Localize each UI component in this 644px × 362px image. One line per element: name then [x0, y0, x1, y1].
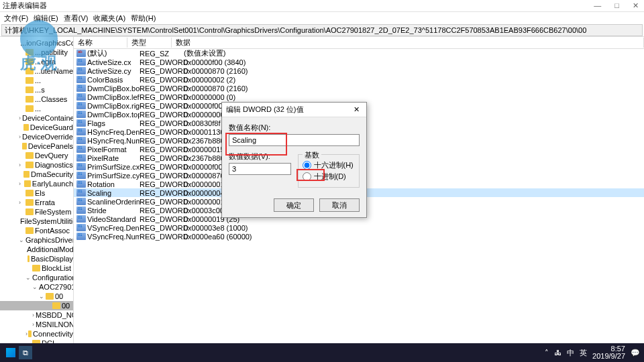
tree-item[interactable]: FileSystemUtilities [0, 217, 73, 226]
ok-button[interactable]: 确定 [274, 198, 314, 212]
list-row[interactable]: VSyncFreq.NumeratorREG_DWORD0x0000ea60 (… [74, 232, 644, 241]
taskbar-app-1[interactable]: ⧉ [19, 346, 32, 359]
tree-item[interactable]: ⌄GraphicsDrivers [0, 235, 73, 245]
maximize-button[interactable]: □ [612, 1, 622, 10]
value-data-input[interactable] [229, 163, 291, 175]
tree-item[interactable]: DeviceGuard [0, 123, 73, 132]
tree-item[interactable]: ›MSNILNONPNP... [0, 320, 73, 329]
address-path: 计算机\HKEY_LOCAL_MACHINE\SYSTEM\ControlSet… [5, 25, 586, 36]
value-icon [76, 84, 86, 92]
tray-chevron-icon[interactable]: ˄ [545, 349, 549, 357]
folder-icon [25, 208, 34, 215]
expand-icon[interactable]: › [19, 180, 24, 187]
menu-view[interactable]: 查看(V) [61, 13, 91, 23]
tree-item[interactable]: ›Connectivity [0, 329, 73, 339]
tree-item[interactable]: ...patibility [0, 48, 73, 57]
expand-icon[interactable]: › [19, 115, 21, 121]
row-type: REG_DWORD [140, 180, 184, 188]
close-button[interactable]: ✕ [630, 1, 641, 10]
expand-icon[interactable]: › [19, 162, 25, 168]
tree-pane[interactable]: ...ionGraphicsContext...patibility...egr… [0, 37, 74, 351]
radix-hex-input[interactable] [303, 161, 311, 170]
tree-item[interactable]: ... [0, 76, 73, 85]
tree-label: DevQuery [35, 152, 68, 160]
tree-item[interactable]: AdditionalModeLists [0, 245, 73, 254]
tree-item[interactable]: ›DeviceOverrides [0, 132, 73, 141]
tree-label: ...egra [35, 58, 56, 66]
menu-help[interactable]: 帮助(H) [128, 13, 158, 23]
tree-item[interactable]: ... [0, 104, 73, 113]
radix-hex-radio[interactable]: 十六进制(H) [303, 160, 356, 170]
tree-item[interactable]: DmaSecurity [0, 170, 73, 179]
network-icon[interactable]: 🖧 [554, 349, 561, 357]
ime-indicator-1[interactable]: 中 [567, 348, 574, 358]
radix-dec-radio[interactable]: 十进制(D) [303, 172, 356, 182]
tree-item[interactable]: ⌄AOC27901827_2D... [0, 282, 73, 292]
list-row[interactable]: DwmClipBox.leftREG_DWORD0x00000000 (0) [74, 93, 644, 101]
list-row[interactable]: ActiveSize.cyREG_DWORD0x00000870 (2160) [74, 66, 644, 75]
expand-icon[interactable]: ⌄ [25, 274, 31, 281]
tree-label: FileSystemUtilities [20, 217, 74, 225]
tree-item[interactable]: ...uterName [0, 66, 73, 76]
menu-file[interactable]: 文件(F) [1, 13, 31, 23]
tree-item[interactable]: FileSystem [0, 207, 73, 217]
row-type: REG_DWORD [140, 58, 184, 66]
col-name[interactable]: 名称 [74, 38, 127, 48]
expand-icon[interactable]: › [32, 321, 34, 328]
expand-icon[interactable]: › [32, 312, 34, 318]
expand-icon[interactable]: › [19, 199, 25, 206]
tree-item[interactable]: Els [0, 188, 73, 198]
expand-icon[interactable]: ⌄ [32, 284, 38, 290]
tree-item[interactable]: ...egra [0, 57, 73, 66]
tree-item[interactable]: ...ionGraphicsContext [0, 38, 73, 48]
row-name: VSyncFreq.Denominator [87, 224, 140, 232]
tree-item[interactable]: ⌄00 [0, 292, 73, 301]
tree-item[interactable]: ›Diagnostics [0, 160, 73, 170]
dialog-close-button[interactable]: ✕ [351, 105, 362, 114]
tree-item[interactable]: DevicePanels [0, 141, 73, 151]
tree-item[interactable]: BasicDisplay [0, 254, 73, 263]
value-name-input[interactable] [229, 134, 360, 146]
tree-item[interactable]: ›Errata [0, 198, 73, 207]
tree-item[interactable]: DevQuery [0, 151, 73, 160]
tree-item[interactable]: ...s [0, 85, 73, 95]
start-button[interactable] [4, 346, 17, 359]
tree-item[interactable]: ›EarlyLaunch [0, 179, 73, 188]
tree-item[interactable]: ⌄Configuration [0, 273, 73, 282]
col-type[interactable]: 类型 [127, 38, 172, 48]
tree-item[interactable]: ›MSBDD_NONPNP... [0, 310, 73, 320]
clock[interactable]: 8:57 2019/9/27 [592, 345, 625, 360]
value-icon [76, 172, 86, 179]
notification-icon[interactable]: 💬 [631, 349, 640, 357]
dialog-buttons: 确定 取消 [222, 193, 366, 217]
tree-item[interactable]: FontAssoc [0, 226, 73, 235]
expand-icon[interactable]: ⌄ [39, 293, 46, 300]
expand-icon[interactable]: › [19, 133, 21, 140]
ime-indicator-2[interactable]: 英 [580, 348, 587, 358]
menu-edit[interactable]: 编辑(E) [31, 13, 61, 23]
value-data-label: 数值数据(V): [229, 152, 291, 162]
cancel-button[interactable]: 取消 [319, 198, 360, 212]
tree-label: DeviceOverrides [22, 133, 74, 141]
address-bar[interactable]: 计算机\HKEY_LOCAL_MACHINE\SYSTEM\ControlSet… [1, 24, 643, 36]
list-row[interactable]: DwmClipBox.bottomREG_DWORD0x00000870 (21… [74, 84, 644, 93]
list-row[interactable]: ActiveSize.cxREG_DWORD0x00000f00 (3840) [74, 58, 644, 66]
list-row[interactable]: VSyncFreq.DenominatorREG_DWORD0x000003e8… [74, 223, 644, 232]
tree-item[interactable]: 00 [0, 301, 73, 310]
tree-label: BlockList [42, 264, 71, 272]
list-row[interactable]: (默认)REG_SZ(数值未设置) [74, 49, 644, 58]
expand-icon[interactable]: ⌄ [19, 237, 24, 243]
list-row[interactable]: ColorBasisREG_DWORD0x00000002 (2) [74, 75, 644, 84]
tree-label: BasicDisplay [31, 255, 73, 263]
edit-dword-dialog: 编辑 DWORD (32 位)值 ✕ 数值名称(N): 数值数据(V): 基数 … [221, 102, 367, 218]
tree-item[interactable]: ›DeviceContainers [0, 113, 73, 123]
col-data[interactable]: 数据 [172, 38, 644, 48]
tree-item[interactable]: ...Classes [0, 95, 73, 104]
menu-favorites[interactable]: 收藏夹(A) [91, 13, 128, 23]
row-name: Flags [87, 119, 140, 127]
row-type: REG_SZ [140, 50, 184, 58]
tree-item[interactable]: BlockList [0, 263, 73, 273]
minimize-button[interactable]: — [591, 1, 604, 10]
row-type: REG_DWORD [140, 172, 184, 180]
radix-dec-input[interactable] [303, 172, 311, 181]
